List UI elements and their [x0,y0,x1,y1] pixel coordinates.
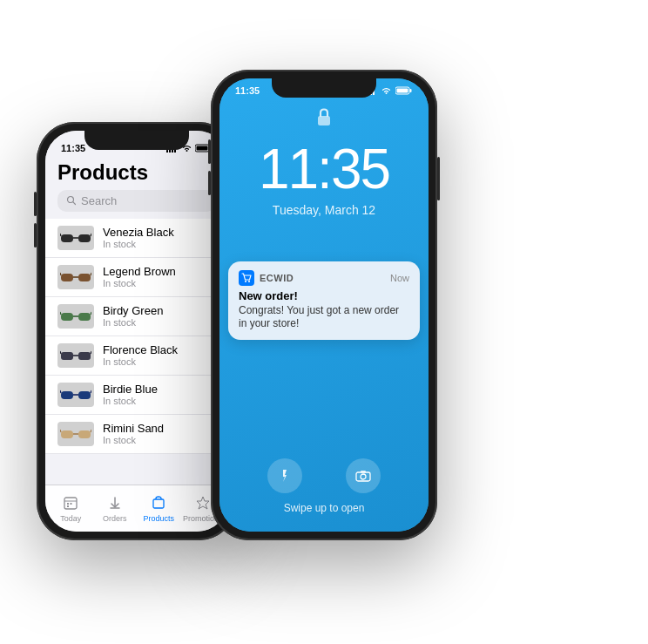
today-icon [61,493,80,512]
svg-line-27 [60,351,61,354]
product-status: In stock [103,317,163,328]
list-item[interactable]: Birdy Green In stock [45,297,228,336]
tab-bar: Today Orders [45,485,228,532]
svg-line-32 [60,390,61,393]
promotions-icon [193,493,213,512]
product-name: Birdy Green [103,304,163,317]
camera-icon [355,470,371,482]
svg-line-37 [60,430,61,432]
svg-rect-20 [78,313,91,321]
svg-rect-25 [78,352,91,360]
svg-rect-15 [78,274,91,281]
notch-front [272,78,376,98]
sunglasses-icon [60,386,91,403]
svg-point-56 [248,281,250,282]
svg-rect-53 [397,88,408,92]
notif-body: Congrats! You just got a new order in yo… [239,304,409,331]
notif-app-icon [239,270,254,286]
svg-rect-35 [78,430,91,438]
svg-line-22 [60,312,61,315]
lock-screen: 11:35 [219,78,429,532]
svg-rect-54 [318,116,330,125]
product-name: Legend Brown [103,265,176,278]
lock-bottom: Swipe up to open [219,458,429,514]
svg-rect-10 [78,234,91,242]
product-name: Rimini Sand [103,422,164,435]
search-icon [66,195,77,206]
product-image [57,343,94,368]
product-image [57,265,94,289]
svg-rect-52 [410,89,412,92]
list-item[interactable]: Rimini Sand In stock [45,415,228,454]
product-info: Legend Brown In stock [103,265,176,288]
svg-line-18 [91,273,91,275]
svg-rect-34 [61,430,73,438]
search-bar[interactable]: Search [57,190,216,212]
status-time-back: 11:35 [61,143,85,153]
svg-rect-59 [361,471,366,473]
back-phone-screen: 11:35 [45,131,228,532]
product-status: In stock [103,435,164,445]
swipe-label: Swipe up to open [284,502,365,514]
list-item[interactable]: Legend Brown In stock [45,258,228,297]
tab-orders[interactable]: Orders [93,493,138,523]
svg-line-12 [60,234,61,236]
notif-app-name: ECWID [260,273,294,283]
flashlight-button[interactable] [267,458,302,493]
products-svg [151,495,166,511]
svg-line-33 [91,390,91,393]
front-phone-screen: 11:35 [219,78,429,532]
svg-line-23 [91,312,91,315]
svg-rect-45 [153,499,164,508]
list-item[interactable]: Florence Black In stock [45,336,228,376]
lock-icon [314,106,334,132]
notif-header: ECWID Now [239,270,409,286]
svg-rect-19 [61,313,73,321]
sunglasses-icon [60,268,91,286]
svg-rect-41 [67,503,69,505]
lock-controls [219,458,429,493]
lock-status-time: 11:35 [235,85,260,96]
svg-rect-14 [61,274,73,281]
product-info: Florence Black In stock [103,343,178,367]
sunglasses-icon [60,425,91,443]
svg-rect-30 [78,391,91,399]
lock-date: Tuesday, March 12 [273,203,375,217]
tab-products[interactable]: Products [137,493,181,523]
search-placeholder: Search [81,194,117,207]
list-item[interactable]: Venezia Black In stock [45,219,228,258]
svg-point-55 [245,281,246,282]
notch-back [84,131,189,150]
sunglasses-icon [60,347,91,364]
tab-today[interactable]: Today [49,493,93,523]
svg-line-13 [91,234,91,236]
battery-icon-front [395,86,413,95]
product-info: Birdie Blue In stock [103,383,158,406]
back-phone: 11:35 [37,122,237,540]
camera-button[interactable] [346,458,381,493]
product-image [57,304,94,329]
tab-today-label: Today [60,514,81,523]
padlock-icon [314,106,334,127]
sunglasses-icon [60,308,91,325]
notif-app-info: ECWID [239,270,294,286]
list-item[interactable]: Birdie Blue In stock [45,376,228,415]
svg-line-8 [73,202,76,205]
product-info: Rimini Sand In stock [103,422,164,445]
svg-rect-0 [166,150,168,153]
notification-card[interactable]: ECWID Now New order! Congrats! You just … [228,261,420,340]
notif-time: Now [390,273,409,283]
svg-line-28 [91,351,91,354]
product-status: In stock [103,356,178,367]
products-icon [149,493,168,512]
lock-time: 11:35 [259,137,389,201]
product-status: In stock [103,278,176,288]
tab-orders-label: Orders [103,514,127,523]
svg-line-17 [60,273,61,275]
svg-rect-43 [67,505,69,507]
tab-products-label: Products [143,514,174,523]
svg-rect-9 [61,234,73,242]
product-name: Florence Black [103,343,178,356]
product-status: In stock [103,396,158,406]
cart-icon [241,273,252,283]
